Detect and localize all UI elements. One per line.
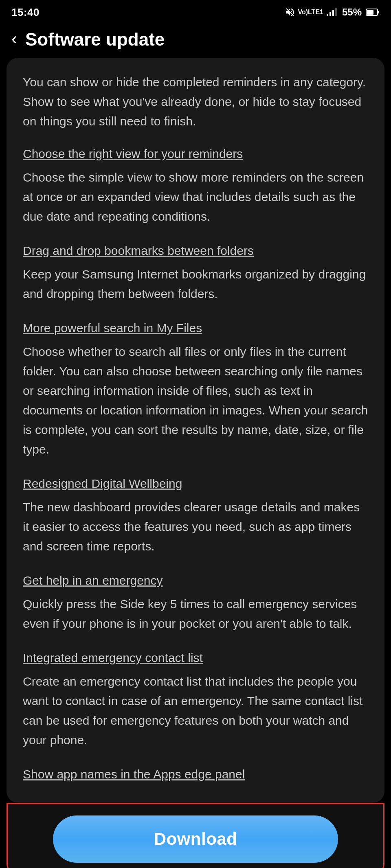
section-body-2: Choose whether to search all files or on…: [23, 342, 368, 459]
section-emergency-help: Get help in an emergency Quickly press t…: [23, 571, 368, 633]
svg-rect-5: [367, 10, 373, 15]
battery-icon: [366, 8, 380, 16]
status-time: 15:40: [11, 6, 40, 19]
section-my-files: More powerful search in My Files Choose …: [23, 318, 368, 459]
svg-rect-6: [378, 11, 379, 13]
notification-icons: Vo)LTE1: [285, 7, 338, 18]
svg-rect-3: [335, 8, 337, 16]
volte-icon: Vo)LTE1: [298, 9, 323, 16]
section-heading-3: Redesigned Digital Wellbeing: [23, 474, 368, 493]
section-choose-view: Choose the right view for your reminders…: [23, 144, 368, 226]
section-body-4: Quickly press the Side key 5 times to ca…: [23, 594, 368, 633]
battery-percentage: 55%: [342, 7, 362, 18]
page-title: Software update: [25, 29, 165, 50]
section-drag-drop: Drag and drop bookmarks between folders …: [23, 241, 368, 304]
section-digital-wellbeing: Redesigned Digital Wellbeing The new das…: [23, 474, 368, 556]
section-heading-5: Integrated emergency contact list: [23, 648, 368, 668]
download-button[interactable]: Download: [53, 815, 338, 863]
section-body-5: Create an emergency contact list that in…: [23, 672, 368, 750]
status-icons: Vo)LTE1 55%: [285, 7, 380, 18]
svg-rect-2: [332, 10, 334, 16]
section-heading-0: Choose the right view for your reminders: [23, 144, 368, 164]
section-heading-2: More powerful search in My Files: [23, 318, 368, 338]
section-heading-1: Drag and drop bookmarks between folders: [23, 241, 368, 261]
back-button[interactable]: ‹: [11, 30, 17, 47]
section-heading-4: Get help in an emergency: [23, 571, 368, 590]
download-container: Download: [7, 803, 384, 868]
status-bar: 15:40 Vo)LTE1 55%: [0, 0, 391, 23]
content-card: You can show or hide the completed remin…: [7, 58, 384, 803]
intro-text: You can show or hide the completed remin…: [23, 72, 368, 131]
svg-rect-0: [327, 14, 328, 16]
section-body-1: Keep your Samsung Internet bookmarks org…: [23, 265, 368, 304]
section-emergency-contact: Integrated emergency contact list Create…: [23, 648, 368, 750]
section-body-3: The new dashboard provides clearer usage…: [23, 498, 368, 556]
section-heading-6: Show app names in the Apps edge panel: [23, 765, 368, 784]
mute-icon: [285, 7, 295, 18]
section-body-0: Choose the simple view to show more remi…: [23, 168, 368, 226]
section-apps-edge: Show app names in the Apps edge panel: [23, 765, 368, 784]
signal-icon: [326, 7, 338, 17]
svg-rect-1: [329, 12, 331, 16]
header: ‹ Software update: [0, 23, 391, 58]
